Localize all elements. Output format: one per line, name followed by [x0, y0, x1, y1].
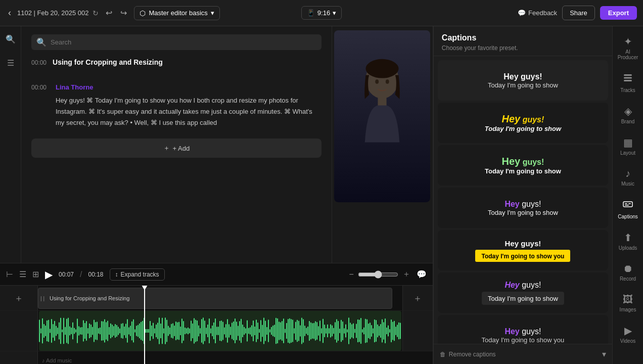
speaker-row: 00:00 Lina Thorne [31, 83, 322, 91]
add-button[interactable]: ＋ + Add [31, 139, 322, 158]
svg-point-3 [386, 79, 389, 84]
captions-footer: 🗑 Remove captions ▾ [434, 344, 612, 364]
caption-preset-6[interactable]: Hey guys! Today I'm going to show [438, 272, 608, 313]
expand-icon: ↕ [115, 271, 118, 278]
audio-track-header [0, 311, 38, 351]
add-clip-button[interactable]: ＋ [413, 292, 422, 304]
preset-5-line2-wrap: Today I'm going to show you [475, 250, 570, 262]
nav-item-brand[interactable]: ◈ Brand [614, 100, 642, 129]
script-sidebar: 🔍 ☰ [0, 26, 21, 263]
caption-preset-2[interactable]: Hey guys! Today I'm going to show [438, 103, 608, 143]
preset-6-line2: Today I'm going to show [488, 295, 558, 302]
menu-button[interactable]: ☰ [5, 56, 16, 70]
caption-preset-4[interactable]: Hey guys! Today I'm going to show [438, 188, 608, 228]
feedback-button[interactable]: 💬 Feedback [518, 9, 557, 17]
preset-6-line1: Hey guys! [504, 281, 541, 290]
music-track-content: ♪ Add music [38, 351, 433, 364]
split-icon-button[interactable]: ⊢ [6, 269, 13, 279]
zoom-in-button[interactable]: ＋ [402, 269, 410, 280]
time-separator: / [80, 270, 82, 279]
topbar-center: 📱 9:16 ▾ [301, 6, 342, 20]
list-view-button[interactable]: ☰ [19, 269, 26, 279]
timeline-tracks: ＋ | | Using for Cropping and Resizing ＋ [0, 286, 433, 364]
comment-button[interactable]: 💬 [417, 269, 427, 279]
redo-button[interactable]: ↪ [117, 6, 130, 20]
feedback-label: Feedback [528, 9, 557, 17]
preset-2-line1: Hey guys! [502, 113, 544, 125]
caption-preset-5[interactable]: Hey guys! Today I'm going to show you [438, 230, 608, 270]
script-area: 🔍 ☰ 🔍 00:00 Using for Cropping and Resiz… [0, 26, 433, 263]
main-area: 🔍 ☰ 🔍 00:00 Using for Cropping and Resiz… [0, 26, 643, 364]
nav-item-images[interactable]: 🖼 Images [614, 289, 642, 317]
preset-5-line1: Hey guys! [505, 239, 541, 248]
svg-rect-7 [624, 80, 632, 81]
remove-captions-button[interactable]: 🗑 Remove captions [440, 351, 496, 358]
nav-item-brand-label: Brand [621, 119, 635, 124]
aspect-ratio-button[interactable]: 📱 9:16 ▾ [301, 6, 342, 20]
search-button[interactable]: 🔍 [4, 32, 18, 46]
scene-view-button[interactable]: ⊞ [32, 269, 39, 279]
project-title-button[interactable]: ⬡ Master editor basics ▾ [134, 6, 219, 20]
export-label: Export [608, 9, 629, 17]
nav-item-record[interactable]: ⏺ Record [614, 258, 642, 287]
caption-preset-1[interactable]: Hey guys! Today I'm going to show [438, 60, 608, 101]
nav-item-layout[interactable]: ▦ Layout [614, 131, 642, 161]
play-button[interactable]: ▶ [45, 268, 53, 281]
captions-subtitle: Choose your favorite preset. [442, 44, 604, 52]
share-button[interactable]: Share [562, 6, 595, 20]
back-button[interactable]: ‹ [6, 6, 13, 20]
zoom-out-button[interactable]: − [349, 270, 354, 279]
share-label: Share [570, 9, 587, 17]
person-silhouette [352, 56, 412, 177]
track-label-icon: | | [38, 296, 47, 301]
svg-rect-9 [625, 203, 627, 204]
captions-icon [622, 199, 633, 212]
expand-tracks-button[interactable]: ↕ Expand tracks [110, 268, 165, 281]
nav-item-music-label: Music [621, 181, 634, 187]
trash-icon: 🗑 [440, 351, 446, 358]
nav-item-tracks[interactable]: Tracks [614, 67, 642, 98]
music-track-header [0, 351, 38, 364]
export-button[interactable]: Export [600, 6, 637, 20]
topbar-left: ‹ 1102 | Feb 20, 2025 002 ↻ ↩ ↪ ⬡ Master… [6, 6, 297, 20]
caption-preset-7[interactable]: Hey guys! Today I'm going to show you [438, 315, 608, 344]
audio-track-content: // Generate waveform bars [39, 311, 401, 351]
nav-item-videos[interactable]: ▶ Videos [614, 320, 642, 349]
script-text: Hey guys! ⌘ Today I'm going to show you … [31, 95, 322, 128]
add-music-label: ♪ Add music [42, 357, 72, 363]
preset-4-line2: Today I'm going to show [488, 209, 558, 216]
video-track-label: Using for Cropping and Resizing [47, 295, 132, 301]
preset-4-line1: Hey guys! [504, 200, 541, 209]
caption-preset-3[interactable]: Hey guys! Today I'm going to show [438, 145, 608, 186]
timeline-controls: ⊢ ☰ ⊞ ▶ 00:07 / 00:18 ↕ Expand tracks − … [0, 263, 433, 286]
search-icon: 🔍 [36, 37, 47, 47]
add-video-track-button[interactable]: ＋ [14, 292, 23, 304]
layout-icon: ▦ [623, 136, 633, 149]
topbar-right: 💬 Feedback Share Export [346, 6, 637, 20]
scene-title-1: Using for Cropping and Resizing [53, 58, 163, 66]
nav-item-captions[interactable]: Captions [614, 194, 642, 224]
undo-button[interactable]: ↩ [103, 6, 115, 20]
nav-item-record-label: Record [620, 276, 636, 282]
preset-3-line1: Hey guys! [502, 156, 544, 167]
nav-item-ai-producer-label: AI Producer [617, 49, 639, 60]
playhead[interactable] [144, 286, 145, 364]
ai-producer-icon: ✦ [624, 35, 632, 48]
brand-icon: ◈ [624, 105, 632, 117]
zoom-slider[interactable] [358, 270, 398, 279]
nav-item-music[interactable]: ♪ Music [614, 163, 642, 192]
video-track-row: ＋ | | Using for Cropping and Resizing ＋ [0, 286, 433, 311]
feedback-icon: 💬 [518, 9, 526, 17]
nav-item-ai-producer[interactable]: ✦ AI Producer [614, 30, 642, 65]
search-input[interactable] [51, 38, 316, 46]
script-content: 🔍 00:00 Using for Cropping and Resizing … [21, 26, 332, 263]
current-time: 00:07 [59, 271, 74, 278]
nav-item-uploads[interactable]: ⬆ Uploads [614, 226, 642, 256]
preset-7-line1: Hey guys! [504, 327, 541, 336]
audio-track-row: // Generate waveform bars [0, 311, 433, 351]
preset-6-line2-wrap: Today I'm going to show [482, 292, 564, 305]
aspect-ratio-label: 9:16 [317, 9, 330, 17]
chevron-down-button[interactable]: ▾ [602, 349, 606, 359]
sync-icon: ↻ [93, 9, 99, 17]
icon-nav: ✦ AI Producer Tracks ◈ Brand ▦ Layout ♪ … [612, 26, 643, 364]
